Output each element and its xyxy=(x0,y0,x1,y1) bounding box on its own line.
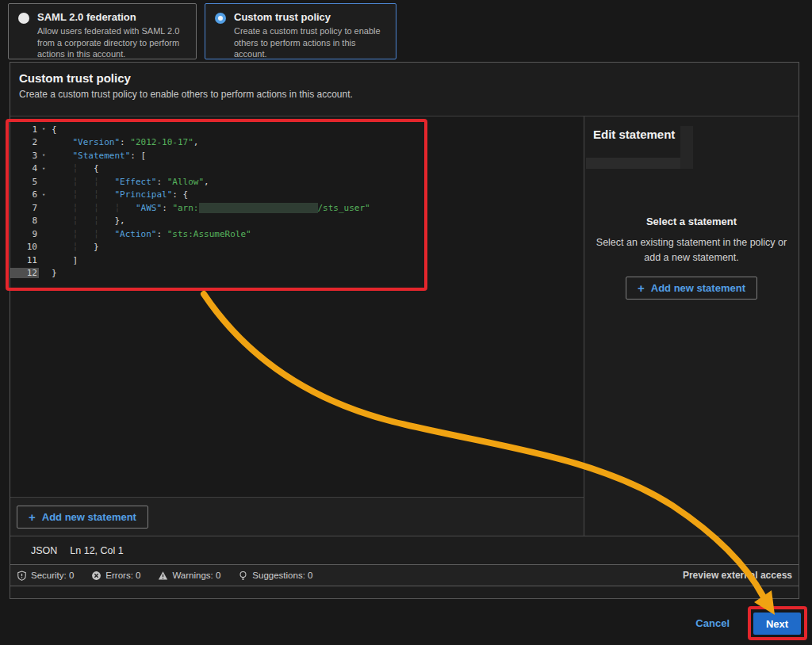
select-statement-text: Select an existing statement in the poli… xyxy=(592,235,791,266)
redacted-account-arn xyxy=(199,203,318,213)
code-line[interactable]: 11 ] xyxy=(10,254,584,267)
skeleton-block xyxy=(586,158,680,169)
issues-bar: Security: 0 Errors: 0 Warnings: 0 Sugg xyxy=(10,564,799,586)
code-line[interactable]: 8 ╎ ╎ }, xyxy=(10,215,584,228)
line-number: 1▾ xyxy=(10,124,48,135)
line-number: 10 xyxy=(10,242,48,252)
container-footer-strip xyxy=(10,586,799,598)
section-title: Custom trust policy xyxy=(19,71,790,85)
code-line[interactable]: 9 ╎ ╎ "Action": "sts:AssumeRole" xyxy=(10,227,584,241)
section-header: Custom trust policy Create a custom trus… xyxy=(10,63,799,116)
add-new-statement-label: Add new statement xyxy=(651,282,745,294)
card-title: Custom trust policy xyxy=(234,11,391,23)
code-line[interactable]: 3▾ "Statement": [ xyxy=(10,149,584,162)
shield-icon xyxy=(17,571,27,581)
code-line[interactable]: 1▾{ xyxy=(10,123,584,136)
error-icon xyxy=(91,571,102,581)
card-description: Create a custom trust policy to enable o… xyxy=(234,25,391,60)
fold-arrow-icon[interactable]: ▾ xyxy=(39,192,48,198)
line-number: 5 xyxy=(10,177,48,187)
edit-statement-panel: Edit statement Select a statement Select… xyxy=(584,116,799,536)
plus-icon: + xyxy=(29,511,36,523)
line-number: 9 xyxy=(10,229,48,239)
code-line[interactable]: 7 ╎ ╎ ╎ "AWS": "arn:/sts_user" xyxy=(10,201,584,215)
add-new-statement-label: Add new statement xyxy=(42,511,136,523)
security-count[interactable]: Security: 0 xyxy=(17,571,74,581)
skeleton-block xyxy=(680,126,693,169)
line-number: 4▾ xyxy=(10,163,48,174)
line-number: 11 xyxy=(10,255,48,265)
errors-count[interactable]: Errors: 0 xyxy=(91,571,140,581)
cancel-button[interactable]: Cancel xyxy=(695,617,730,629)
add-new-statement-button-panel[interactable]: + Add new statement xyxy=(626,277,757,300)
line-number: 7 xyxy=(10,203,48,213)
code-line[interactable]: 12} xyxy=(10,267,584,281)
fold-arrow-icon[interactable]: ▾ xyxy=(39,152,48,158)
preview-external-access-link[interactable]: Preview external access xyxy=(683,570,792,581)
line-number: 3▾ xyxy=(10,151,48,161)
suggestion-icon xyxy=(238,571,248,581)
policy-editor: 1▾{2 "Version": "2012-10-17",3▾ "Stateme… xyxy=(10,116,584,536)
card-description: Allow users federated with SAML 2.0 from… xyxy=(37,25,194,60)
custom-trust-policy-panel: Custom trust policy Create a custom trus… xyxy=(10,62,799,599)
language-indicator: JSON xyxy=(31,545,57,556)
card-title: SAML 2.0 federation xyxy=(37,11,194,23)
add-new-statement-button[interactable]: + Add new statement xyxy=(17,506,148,529)
fold-arrow-icon[interactable]: ▾ xyxy=(39,166,48,172)
option-card-custom-trust-policy[interactable]: Custom trust policy Create a custom trus… xyxy=(205,3,396,59)
line-number: 12 xyxy=(10,268,48,278)
cursor-position: Ln 12, Col 1 xyxy=(70,545,123,556)
option-card-saml-federation[interactable]: SAML 2.0 federation Allow users federate… xyxy=(8,3,197,59)
code-line[interactable]: 4▾ ╎ { xyxy=(10,162,584,176)
fold-arrow-icon[interactable]: ▾ xyxy=(39,126,48,132)
radio-unselected-icon[interactable] xyxy=(18,13,29,24)
editor-footer: + Add new statement xyxy=(10,497,584,536)
line-number: 6▾ xyxy=(10,189,48,200)
radio-selected-icon[interactable] xyxy=(215,13,226,24)
code-line[interactable]: 5 ╎ ╎ "Effect": "Allow", xyxy=(10,175,584,189)
line-number: 8 xyxy=(10,216,48,226)
code-line[interactable]: 2 "Version": "2012-10-17", xyxy=(10,136,584,150)
plus-icon: + xyxy=(638,282,645,294)
select-statement-title: Select a statement xyxy=(592,216,791,227)
next-button[interactable]: Next xyxy=(753,613,801,635)
warning-icon xyxy=(158,571,168,581)
warnings-count[interactable]: Warnings: 0 xyxy=(158,571,220,581)
editor-status-bar: JSON Ln 12, Col 1 xyxy=(10,536,799,564)
section-description: Create a custom trust policy to enable o… xyxy=(19,89,790,100)
code-lines[interactable]: 1▾{2 "Version": "2012-10-17",3▾ "Stateme… xyxy=(10,116,584,497)
edit-statement-title: Edit statement xyxy=(593,128,675,141)
suggestions-count[interactable]: Suggestions: 0 xyxy=(238,571,312,581)
code-line[interactable]: 6▾ ╎ ╎ "Principal": { xyxy=(10,189,584,202)
code-line[interactable]: 10 ╎ } xyxy=(10,241,584,254)
line-number: 2 xyxy=(10,137,48,147)
